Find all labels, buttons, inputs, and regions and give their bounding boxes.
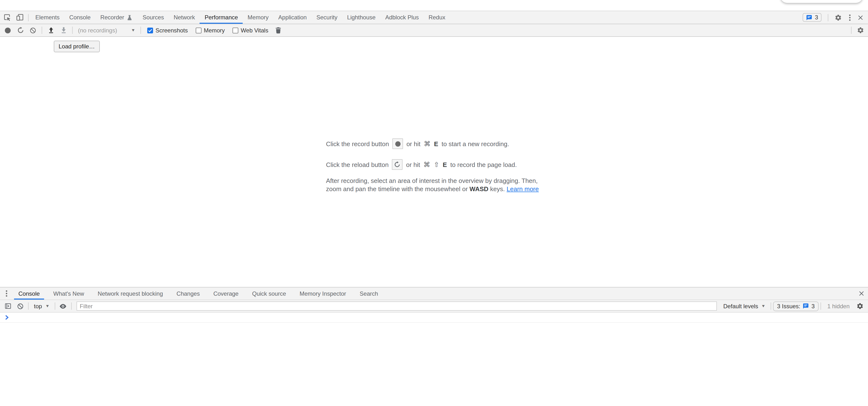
more-options-button[interactable]: [846, 14, 853, 21]
device-toolbar-button[interactable]: [13, 11, 26, 24]
tab-label: Elements: [35, 14, 60, 21]
separator: [851, 27, 851, 34]
settings-button[interactable]: [835, 14, 842, 21]
drawer-tab-search[interactable]: Search: [355, 287, 382, 300]
record-button-illustration: [392, 138, 403, 149]
console-issues-button[interactable]: 3 Issues: 3: [773, 301, 818, 311]
tab-security[interactable]: Security: [311, 11, 342, 24]
prompt-chevron-icon: [5, 314, 9, 320]
main-tabbar: Elements Console Recorder Sources Networ…: [0, 11, 868, 24]
tab-label: Coverage: [213, 290, 239, 297]
clear-button[interactable]: [27, 25, 39, 36]
tab-memory[interactable]: Memory: [243, 11, 273, 24]
record-icon: [5, 27, 11, 33]
tab-label: Network request blocking: [98, 290, 163, 297]
tab-label: Sources: [143, 14, 164, 21]
separator: [72, 27, 73, 34]
hidden-messages-count: 1 hidden: [827, 303, 849, 309]
tab-redux[interactable]: Redux: [424, 11, 450, 24]
create-live-expression-button[interactable]: [57, 301, 69, 311]
tab-adblock-plus[interactable]: Adblock Plus: [380, 11, 424, 24]
issues-count: 3: [812, 303, 815, 309]
javascript-context-selector[interactable]: top ▼: [31, 303, 53, 309]
record-button[interactable]: [2, 25, 13, 36]
drawer-tab-console[interactable]: Console: [14, 287, 44, 300]
clear-icon: [30, 27, 36, 34]
issues-bubble-icon: [806, 14, 812, 21]
device-toolbar-icon: [16, 13, 24, 21]
close-drawer-button[interactable]: [855, 287, 868, 300]
drawer-tab-changes[interactable]: Changes: [172, 287, 204, 300]
close-icon: [857, 14, 864, 21]
tab-lighthouse[interactable]: Lighthouse: [342, 11, 380, 24]
drawer-tab-whats-new[interactable]: What's New: [49, 287, 88, 300]
reload-and-record-button[interactable]: [14, 25, 26, 36]
tab-performance[interactable]: Performance: [200, 11, 243, 24]
tab-label: Changes: [177, 290, 200, 297]
close-devtools-button[interactable]: [857, 14, 864, 21]
record-instruction-row: Click the record button or hit ⌘ E to st…: [326, 138, 542, 149]
web-vitals-checkbox[interactable]: Web Vitals: [232, 27, 268, 34]
clear-console-button[interactable]: [14, 301, 26, 311]
beaker-icon: [127, 14, 133, 21]
drawer-tab-coverage[interactable]: Coverage: [209, 287, 243, 300]
drawer-tab-quick-source[interactable]: Quick source: [248, 287, 290, 300]
gear-icon: [835, 14, 842, 21]
capture-settings-button[interactable]: [855, 25, 866, 36]
save-profile-button[interactable]: [58, 25, 69, 36]
tab-elements[interactable]: Elements: [31, 11, 64, 24]
help-text: keys.: [490, 185, 505, 193]
tab-console[interactable]: Console: [64, 11, 95, 24]
console-settings-button[interactable]: [854, 301, 866, 311]
tab-sources[interactable]: Sources: [138, 11, 169, 24]
sidebar-panel-icon: [4, 302, 11, 310]
tab-network[interactable]: Network: [169, 11, 200, 24]
gear-icon: [857, 27, 864, 34]
issues-button[interactable]: 3: [803, 13, 822, 22]
chevron-down-icon: ▼: [131, 28, 135, 32]
separator: [28, 302, 29, 310]
separator: [771, 302, 771, 310]
reload-instruction-row: Click the reload button or hit ⌘ ⇧ E to …: [326, 159, 542, 170]
garbage-collect-button[interactable]: [273, 25, 284, 36]
issues-bubble-icon: [803, 303, 809, 309]
checkbox-checked-icon: [147, 27, 153, 33]
tab-label: Memory Inspector: [300, 290, 346, 297]
console-sidebar-toggle[interactable]: [2, 301, 14, 311]
tab-label: Application: [278, 14, 307, 21]
recordings-select[interactable]: (no recordings) ▼: [78, 27, 135, 34]
drawer-tab-memory-inspector[interactable]: Memory Inspector: [295, 287, 350, 300]
separator: [28, 14, 29, 21]
drawer-tab-network-request-blocking[interactable]: Network request blocking: [93, 287, 167, 300]
instruction-text: Click the reload button: [326, 161, 389, 168]
console-filter-input[interactable]: [76, 302, 717, 311]
help-text-bold: WASD: [470, 185, 489, 193]
inspect-element-button[interactable]: [1, 11, 13, 24]
checkbox-label: Web Vitals: [241, 27, 268, 34]
help-text: After recording, select an area of inter…: [326, 177, 538, 193]
checkbox-label: Screenshots: [155, 27, 188, 34]
tab-application[interactable]: Application: [273, 11, 311, 24]
separator: [820, 302, 821, 310]
console-prompt[interactable]: [0, 313, 868, 323]
separator: [55, 302, 55, 310]
key-letter: E: [443, 161, 447, 168]
drawer-menu-button[interactable]: [1, 287, 11, 300]
inspect-icon: [3, 13, 11, 21]
memory-checkbox[interactable]: Memory: [195, 27, 225, 34]
load-profile-tooltip: Load profile…: [54, 41, 99, 52]
screenshots-checkbox[interactable]: Screenshots: [147, 27, 188, 34]
tab-recorder[interactable]: Recorder: [95, 11, 138, 24]
separator: [141, 27, 141, 34]
learn-more-link[interactable]: Learn more: [507, 185, 539, 193]
devtools-window: Elements Console Recorder Sources Networ…: [0, 0, 868, 406]
chevron-down-icon: ▼: [45, 304, 50, 308]
tab-label: Recorder: [100, 14, 124, 21]
tab-label: What's New: [53, 290, 84, 297]
upload-icon: [47, 27, 55, 34]
separator: [828, 14, 828, 21]
log-levels-dropdown[interactable]: Default levels ▼: [720, 303, 769, 309]
trash-icon: [275, 27, 282, 34]
tabbar-right-controls: 3: [803, 11, 868, 24]
load-profile-button[interactable]: [45, 25, 57, 36]
